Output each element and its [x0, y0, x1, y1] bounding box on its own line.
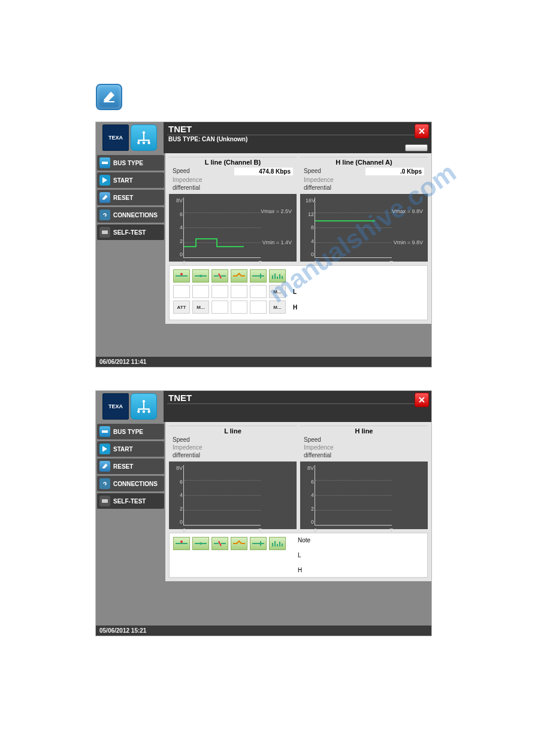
- status-cell: ATT: [173, 300, 190, 314]
- status-token[interactable]: [173, 269, 190, 283]
- reset-icon-large: [96, 84, 122, 110]
- sidebar-label: BUS TYPE: [113, 429, 143, 435]
- status-token[interactable]: [173, 537, 190, 550]
- status-token[interactable]: [231, 537, 247, 550]
- impedence-label: Impedence: [173, 444, 202, 451]
- status-token[interactable]: [192, 269, 209, 283]
- eraser-icon: [99, 461, 110, 472]
- svg-rect-6: [102, 230, 108, 234]
- status-token[interactable]: [269, 537, 286, 550]
- bus-icon: [99, 157, 110, 168]
- status-grid: Note L H: [169, 533, 428, 578]
- screenshot-2: TEXA TNET BUS TYPE: [96, 391, 431, 636]
- close-button[interactable]: [415, 393, 429, 407]
- ytick: 0: [174, 519, 183, 525]
- trace-h: [315, 198, 375, 257]
- vmin-label: Vmin = 9.8V: [394, 239, 423, 245]
- eraser-icon: [102, 90, 116, 104]
- logo-area: TEXA: [96, 122, 164, 153]
- channel-l-title: L line: [169, 426, 297, 436]
- status-cell: [211, 300, 228, 314]
- status-token[interactable]: [192, 537, 209, 550]
- status-token[interactable]: [269, 269, 286, 283]
- sidebar-connections[interactable]: CONNECTIONS: [97, 476, 164, 491]
- ytick: 8V: [174, 198, 183, 204]
- close-button[interactable]: [415, 124, 429, 138]
- texa-logo: TEXA: [102, 393, 129, 420]
- ytick: 2: [174, 238, 183, 244]
- sidebar-bus-type[interactable]: BUS TYPE: [97, 424, 164, 439]
- status-grid: M... L ATT M... M... H: [169, 265, 428, 320]
- ytick: 6: [174, 479, 183, 485]
- svg-point-2: [137, 142, 140, 144]
- bus-type-subtitle: BUS TYPE: CAN (Unknown): [164, 135, 431, 145]
- speed-label: Speed: [173, 168, 190, 175]
- ytick: 0: [306, 519, 314, 525]
- svg-point-8: [180, 273, 183, 275]
- close-icon: [418, 127, 425, 135]
- sidebar-reset[interactable]: RESET: [97, 459, 164, 474]
- chart-h: 16V 12 8 4 0 Vmax = 9.8V Vmi: [300, 194, 428, 262]
- link-icon: [99, 478, 110, 489]
- impedence-label: Impedence: [173, 177, 202, 183]
- differential-label: differential: [304, 184, 331, 191]
- ytick: 0: [306, 251, 314, 257]
- svg-point-17: [137, 411, 140, 413]
- ytick: 6: [174, 211, 183, 217]
- xtick: 0: [183, 260, 186, 266]
- self-test-icon: [99, 227, 110, 238]
- sidebar-self-test[interactable]: SELF-TEST: [97, 493, 164, 509]
- svg-line-28: [219, 541, 221, 546]
- status-cell: [250, 300, 267, 314]
- window-title: TNET: [164, 391, 431, 403]
- ytick: 2: [174, 506, 183, 512]
- ytick: 6: [306, 479, 314, 485]
- channel-h: H line Speed Impedence differential 8V 6…: [300, 426, 428, 529]
- play-icon: [99, 444, 110, 454]
- differential-label: differential: [173, 184, 200, 191]
- status-token[interactable]: [211, 269, 228, 283]
- sidebar-label: SELF-TEST: [113, 229, 146, 236]
- sidebar-reset[interactable]: RESET: [97, 190, 164, 205]
- status-token[interactable]: [250, 537, 267, 550]
- svg-line-13: [219, 274, 221, 278]
- vmin-label: Vmin = 1.4V: [262, 239, 292, 245]
- sidebar-connections[interactable]: CONNECTIONS: [97, 207, 164, 223]
- network-icon: [136, 130, 152, 145]
- sidebar-label: START: [113, 446, 133, 453]
- vmax-label: Vmax = 9.8V: [392, 208, 423, 214]
- footer-datetime: 06/06/2012 11:41: [96, 357, 431, 367]
- play-icon: [99, 175, 110, 186]
- channel-l: L line Speed Impedence differential 8V 6…: [169, 426, 297, 529]
- logo-area: TEXA: [96, 391, 164, 422]
- chart-l: 8V 6 4 2 0 Vmax = 2.5V Vmin: [169, 194, 297, 262]
- speed-label: Speed: [173, 436, 190, 443]
- status-token[interactable]: [211, 537, 228, 550]
- network-icon: [136, 399, 152, 414]
- svg-point-18: [143, 411, 145, 413]
- footer-datetime: 05/06/2012 15:21: [96, 626, 431, 636]
- svg-point-23: [180, 541, 183, 543]
- xlabel: T: [259, 260, 262, 266]
- eraser-icon: [99, 192, 110, 203]
- texa-logo: TEXA: [102, 125, 129, 151]
- sidebar-label: RESET: [113, 195, 133, 201]
- status-cell: [192, 285, 209, 298]
- svg-rect-20: [102, 430, 108, 433]
- tnet-icon: [131, 125, 157, 151]
- sidebar-bus-type[interactable]: BUS TYPE: [97, 155, 164, 171]
- status-cell: M...: [192, 300, 209, 314]
- svg-point-10: [200, 275, 202, 277]
- sidebar-start[interactable]: START: [97, 172, 164, 188]
- ytick: 8V: [174, 465, 183, 471]
- status-token[interactable]: [250, 269, 267, 283]
- speed-value: .0 Kbps: [365, 168, 424, 175]
- impedence-label: Impedence: [304, 444, 333, 451]
- chart-h: 8V 6 4 2 0 0T: [300, 462, 428, 529]
- sidebar-start[interactable]: START: [97, 441, 164, 457]
- ytick: 4: [174, 224, 183, 230]
- self-test-icon: [99, 496, 110, 506]
- sidebar-self-test[interactable]: SELF-TEST: [97, 224, 164, 240]
- speed-label: Speed: [304, 168, 321, 175]
- status-token[interactable]: [231, 269, 247, 283]
